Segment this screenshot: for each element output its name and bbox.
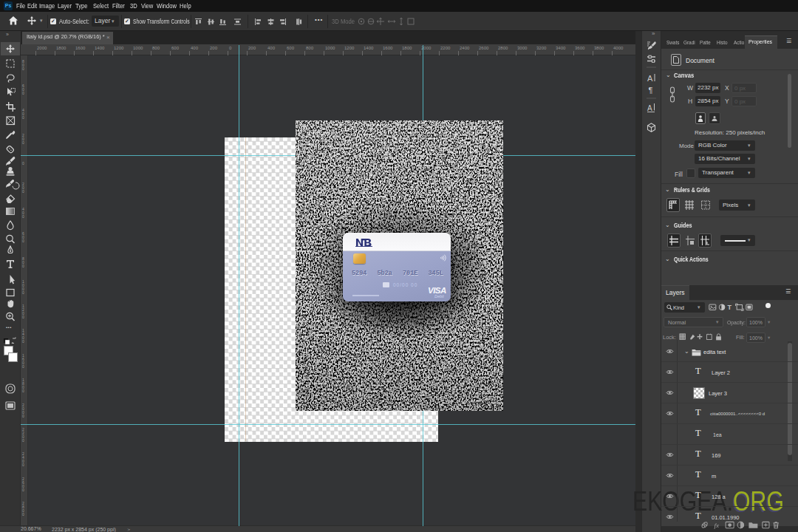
svg-text:A: A bbox=[647, 104, 652, 112]
svg-text:¶: ¶ bbox=[649, 86, 653, 95]
svg-text:A: A bbox=[647, 74, 653, 83]
svg-text:T: T bbox=[727, 304, 732, 311]
